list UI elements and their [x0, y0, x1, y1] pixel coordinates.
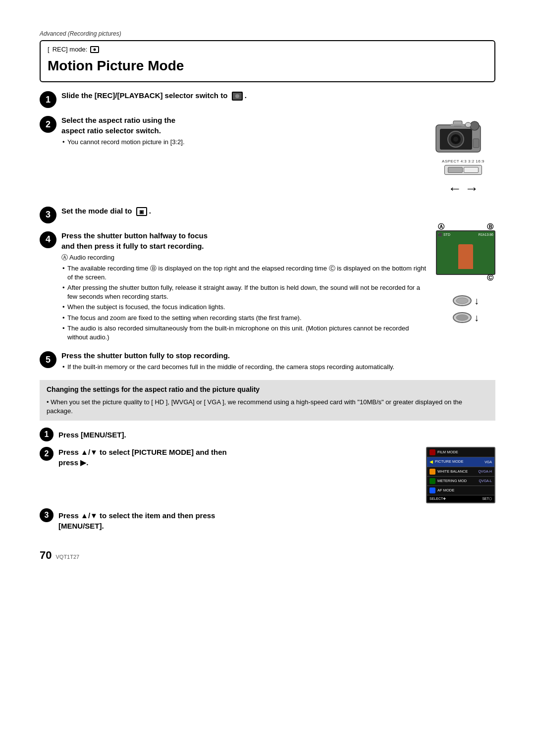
note-box: Changing the settings for the aspect rat…: [40, 380, 495, 421]
step-3-block: 3 Set the mode dial to ▣ .: [40, 206, 495, 223]
menu-set-label: SET⬡: [482, 496, 492, 501]
sub-step-1-content: Press [MENU/SET].: [58, 428, 126, 442]
footer-code: VQT1T27: [55, 553, 79, 561]
step-2-img-col: ASPECT 4:3 3:2 16:9 ← →: [431, 115, 495, 198]
label-c: Ⓒ: [487, 273, 493, 282]
sub-step-1-block: 1 Press [MENU/SET].: [40, 428, 495, 442]
menu-label-2: PICTURE MODE: [435, 459, 482, 465]
menu-row-2: ◀ PICTURE MODE VGA: [427, 457, 494, 467]
rec-mode-line: [ REC] mode:: [48, 45, 487, 54]
step-2-content: Select the aspect ratio using the aspect…: [61, 115, 495, 198]
svg-point-7: [470, 121, 479, 130]
step-3-number: 3: [40, 207, 56, 223]
shutter-illus: ↓ ↓: [452, 294, 479, 324]
rec-mode-label: REC] mode:: [53, 45, 88, 54]
step-3-content: Set the mode dial to ▣ .: [61, 206, 495, 218]
menu-label-4: METERING MOD: [437, 479, 477, 484]
arrow-left-icon: ←: [448, 179, 462, 198]
sub-steps-section: 1 Press [MENU/SET]. 2 Press ▲/▼ to selec…: [40, 428, 495, 533]
step-5-block: 5 Press the shutter button fully to stop…: [40, 350, 495, 373]
sub-step-3-main: Press ▲/▼ to select the item and then pr…: [58, 510, 215, 531]
menu-label-5: AF MODE: [437, 488, 490, 493]
rec-screen-wrapper: Ⓐ Ⓑ ⬛ STD R1h13:86 Ⓒ: [436, 230, 495, 275]
arrow-half-down-icon: ↓: [474, 294, 479, 308]
sub-step-1-number: 1: [40, 428, 54, 441]
rec-screen: ⬛ STD R1h13:86: [436, 230, 495, 275]
dial-icon-inline: ▣: [136, 207, 147, 216]
footer-page-number: 70: [40, 548, 52, 563]
sub-step-1-text: Press [MENU/SET].: [58, 430, 126, 440]
menu-label-3: WHITE BALANCE: [437, 469, 476, 475]
svg-point-4: [453, 137, 458, 142]
sub-step-2-number: 2: [40, 447, 54, 461]
sub-step-3-number: 3: [40, 508, 54, 522]
camera-icon-inline: [232, 92, 243, 101]
menu-row-4: METERING MOD QVGA-L: [427, 477, 494, 486]
step-4-bullet-3: When the subject is focused, the focus i…: [67, 303, 428, 312]
sub-step-3-content: Press ▲/▼ to select the item and then pr…: [58, 508, 215, 533]
step-2-block: 2 Select the aspect ratio using the aspe…: [40, 115, 495, 198]
aspect-label: ASPECT 4:3 3:2 16:9: [442, 159, 484, 164]
menu-icon-1: [429, 449, 435, 455]
step-3-main: Set the mode dial to ▣ .: [61, 206, 495, 216]
step-5-main: Press the shutter button fully to stop r…: [61, 350, 495, 361]
note-box-title: Changing the settings for the aspect rat…: [47, 385, 488, 395]
period-1: .: [245, 91, 247, 100]
step-4-row: Press the shutter button halfway to focu…: [61, 230, 495, 344]
step-2-row: Select the aspect ratio using the aspect…: [61, 115, 495, 198]
step-4-number: 4: [40, 231, 56, 248]
step-5-content: Press the shutter button fully to stop r…: [61, 350, 495, 373]
period-3: .: [149, 207, 151, 215]
step-1-block: 1 Slide the [REC]/[PLAYBACK] selector sw…: [40, 90, 495, 108]
svg-rect-9: [473, 139, 479, 148]
svg-rect-6: [451, 124, 465, 126]
menu-icon-4: [429, 478, 435, 484]
menu-label-1: FILM MODE: [437, 450, 490, 455]
sub-step-2-row: Press ▲/▼ to select [PICTURE MODE] and t…: [58, 447, 495, 503]
step-2-number: 2: [40, 116, 56, 133]
step-2-bullet-1: You cannot record motion picture in [3:2…: [67, 138, 423, 147]
shutter-half-row: ↓: [452, 294, 479, 308]
rec-mode-text: [: [48, 45, 50, 54]
aspect-switch-2: [464, 167, 479, 173]
note-box-text: • When you set the picture quality to [ …: [47, 398, 488, 416]
menu-icon-5: [429, 487, 435, 493]
svg-point-8: [465, 122, 471, 127]
page-container: Advanced (Recording pictures) [ REC] mod…: [0, 0, 535, 593]
sub-step-2-block: 2 Press ▲/▼ to select [PICTURE MODE] and…: [40, 447, 495, 503]
rec-timer: R1h13:86: [479, 232, 493, 237]
step-4-block: 4 Press the shutter button halfway to fo…: [40, 230, 495, 344]
footer: 70 VQT1T27: [40, 548, 495, 563]
svg-point-11: [456, 298, 468, 304]
svg-point-13: [456, 315, 468, 321]
sub-step-2-text: Press ▲/▼ to select [PICTURE MODE] and t…: [58, 447, 418, 470]
advanced-label: Advanced (Recording pictures): [40, 30, 495, 38]
step-1-text: Slide the [REC]/[PLAYBACK] selector swit…: [61, 90, 495, 101]
step-4-label-a: Ⓐ Audio recording: [61, 253, 428, 262]
shutter-full-svg: [452, 311, 472, 324]
rec-icon: ⬛ STD: [438, 232, 450, 237]
step-4-main: Press the shutter button halfway to focu…: [61, 230, 428, 251]
subject-figure: [458, 244, 473, 269]
mode-icon-symbol: [90, 46, 99, 53]
sub-step-2-content: Press ▲/▼ to select [PICTURE MODE] and t…: [58, 447, 495, 503]
shutter-half-svg: [452, 294, 472, 308]
step-4-bullet-5: The audio is also recorded simultaneousl…: [67, 324, 428, 342]
menu-val-2: VGA: [484, 460, 492, 465]
menu-screen: FILM MODE ◀ PICTURE MODE VGA WHITE BALAN…: [426, 447, 495, 503]
sub-step-3-block: 3 Press ▲/▼ to select the item and then …: [40, 508, 495, 533]
menu-row-3: WHITE BALANCE QVGA-H: [427, 467, 494, 477]
step-2-main: Select the aspect ratio using the aspect…: [61, 115, 423, 136]
rec-mode-bar: [ REC] mode: Motion Picture Mode: [40, 40, 495, 82]
shutter-full-row: ↓: [452, 311, 479, 324]
step-4-content: Press the shutter button halfway to focu…: [61, 230, 495, 344]
camera-svg: [431, 115, 495, 155]
step-5-number: 5: [40, 351, 56, 368]
rec-screen-overlay: ⬛ STD R1h13:86: [438, 232, 493, 237]
menu-row-5: AF MODE: [427, 486, 494, 495]
step-4-bullet-2: After pressing the shutter button fully,…: [67, 283, 428, 301]
step-1-content: Slide the [REC]/[PLAYBACK] selector swit…: [61, 90, 495, 103]
menu-icon-3: [429, 469, 435, 475]
step-4-bullet-1: The available recording time Ⓑ is displa…: [67, 264, 428, 282]
sub-step-2-main: Press ▲/▼ to select [PICTURE MODE] and t…: [58, 447, 418, 468]
